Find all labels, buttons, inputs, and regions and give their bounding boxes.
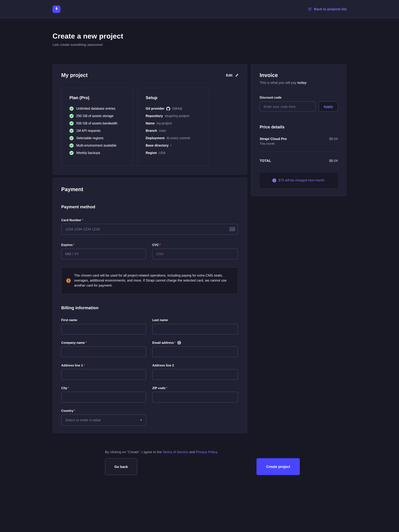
billing-grid: First name Last name Company name* bbox=[61, 318, 239, 403]
footer: By clicking on "Create", I agree to the … bbox=[105, 450, 300, 475]
plan-feature-list: Unlimited database entries 250 GB of ass… bbox=[69, 107, 125, 155]
email-address-label: Email address* bbox=[152, 341, 238, 345]
required-asterisk: * bbox=[82, 218, 83, 222]
address-line2-input[interactable] bbox=[152, 369, 238, 380]
payment-card: Payment Payment method Card Number* bbox=[52, 178, 247, 433]
list-item: 500 GB of assets bandwidth bbox=[69, 121, 125, 126]
card-usage-warning: The chosen card will be used for all pro… bbox=[61, 267, 238, 294]
billing-field-country: Country* Select or enter a value ▼ bbox=[61, 409, 146, 426]
billing-field: Last name bbox=[152, 318, 238, 335]
company-name-input[interactable] bbox=[61, 346, 146, 357]
check-circle-icon bbox=[69, 129, 74, 133]
card-number-label: Card Number* bbox=[61, 218, 239, 222]
billing-field: City* bbox=[61, 386, 146, 403]
check-circle-icon bbox=[69, 151, 74, 155]
list-item: Weekly backups bbox=[69, 151, 125, 155]
invoice-subtitle: This is what you will pay today bbox=[260, 81, 338, 85]
discount-code-input[interactable] bbox=[260, 101, 316, 112]
required-asterisk: * bbox=[174, 341, 176, 345]
required-asterisk: * bbox=[166, 386, 167, 390]
billing-field: ZIP code* bbox=[152, 386, 238, 403]
country-label: Country* bbox=[61, 409, 146, 412]
next-month-note-text: $75 will be charged next month. bbox=[279, 178, 325, 182]
first-name-input[interactable] bbox=[61, 324, 146, 335]
check-circle-icon bbox=[69, 143, 74, 148]
zip-code-label: ZIP code* bbox=[152, 386, 238, 390]
chevron-down-icon: ▼ bbox=[140, 419, 142, 421]
privacy-policy-link[interactable]: Privacy Policy bbox=[196, 450, 217, 454]
main-columns: My project Edit bbox=[52, 64, 347, 433]
page-title: Create a new project bbox=[52, 32, 347, 40]
check-circle-icon bbox=[69, 107, 74, 111]
required-asterisk: * bbox=[159, 243, 161, 247]
address-line1-label: Address line 1* bbox=[61, 364, 146, 367]
create-project-button[interactable]: Create project bbox=[256, 458, 300, 475]
payment-title: Payment bbox=[61, 186, 239, 192]
back-link-label: Back to projects list bbox=[314, 7, 347, 11]
required-asterisk: * bbox=[83, 364, 85, 367]
next-month-note: $75 will be charged next month. bbox=[260, 173, 338, 188]
page-subtitle: Lets create something awesome! bbox=[52, 43, 347, 47]
payment-method-title: Payment method bbox=[61, 205, 239, 209]
address-line2-label: Address line 2 bbox=[152, 364, 238, 367]
warning-icon bbox=[66, 279, 71, 283]
warning-text: The chosen card will be used for all pro… bbox=[74, 273, 231, 288]
pencil-icon bbox=[235, 73, 239, 77]
setup-title: Setup bbox=[146, 95, 201, 100]
strapi-cloud-logo[interactable] bbox=[52, 5, 60, 13]
go-back-button[interactable]: Go back bbox=[105, 458, 137, 475]
credit-card-icon bbox=[229, 227, 235, 232]
redo-arrow-icon bbox=[308, 7, 312, 11]
line-item-amount: $8.04 bbox=[329, 137, 338, 141]
info-icon bbox=[177, 341, 181, 345]
expires-label: Expires* bbox=[61, 243, 146, 247]
total-label: TOTAL bbox=[260, 159, 271, 163]
expires-input[interactable] bbox=[61, 249, 146, 260]
address-line1-input[interactable] bbox=[61, 369, 146, 380]
city-input[interactable] bbox=[61, 392, 146, 403]
plan-title: Plan (Pro) bbox=[69, 95, 125, 100]
billing-title: Billing information bbox=[61, 305, 239, 310]
country-select-placeholder: Select or enter a value bbox=[65, 418, 101, 422]
city-label: City* bbox=[61, 386, 146, 390]
list-item: 250 GB of assets storage bbox=[69, 114, 125, 118]
list-item: Multi-environment available bbox=[69, 143, 125, 148]
list-item: Unlimited database entries bbox=[69, 107, 125, 111]
country-select[interactable]: Select or enter a value ▼ bbox=[61, 414, 146, 426]
setup-row: Repository strapi/my-project bbox=[146, 114, 201, 118]
top-bar: Back to projects list bbox=[0, 0, 399, 19]
page: Back to projects list Create a new proje… bbox=[0, 0, 399, 532]
invoice-divider bbox=[260, 152, 338, 152]
last-name-input[interactable] bbox=[152, 324, 238, 335]
terms-line: By clicking on "Create", I agree to the … bbox=[105, 450, 300, 454]
check-circle-icon bbox=[69, 121, 74, 126]
edit-button[interactable]: Edit bbox=[226, 73, 239, 77]
apply-button[interactable]: Apply bbox=[319, 101, 338, 112]
list-item: 1M API requests bbox=[69, 129, 125, 133]
setup-row: Git provider GitHub bbox=[146, 107, 201, 111]
terms-of-service-link[interactable]: Terms of Service bbox=[163, 450, 188, 454]
required-asterisk: * bbox=[74, 409, 75, 412]
first-name-label: First name bbox=[61, 318, 146, 322]
total-amount: $8.04 bbox=[329, 159, 338, 163]
billing-field: Email address* bbox=[152, 341, 238, 357]
back-to-projects-link[interactable]: Back to projects list bbox=[308, 7, 347, 11]
check-circle-icon bbox=[69, 136, 74, 140]
company-name-label: Company name* bbox=[61, 341, 146, 345]
check-circle-icon bbox=[69, 114, 74, 118]
setup-row: Region USA bbox=[146, 151, 201, 155]
email-address-input[interactable] bbox=[152, 346, 238, 357]
edit-button-label: Edit bbox=[226, 73, 232, 77]
invoice-card: Invoice This is what you will pay today … bbox=[251, 64, 347, 196]
project-card-title: My project bbox=[61, 72, 88, 78]
zip-code-input[interactable] bbox=[152, 392, 238, 403]
plan-box: Plan (Pro) Unlimited database entries 25… bbox=[61, 88, 133, 166]
card-number-input[interactable] bbox=[61, 224, 238, 235]
setup-list: Git provider GitHub Repository strapi/my… bbox=[146, 107, 201, 155]
setup-row: Branch main bbox=[146, 129, 201, 133]
footer-actions: Go back Create project bbox=[105, 458, 300, 475]
billing-field: Address line 1* bbox=[61, 364, 146, 380]
cvc-input[interactable] bbox=[152, 249, 238, 260]
required-asterisk: * bbox=[85, 341, 86, 345]
invoice-title: Invoice bbox=[260, 72, 338, 78]
